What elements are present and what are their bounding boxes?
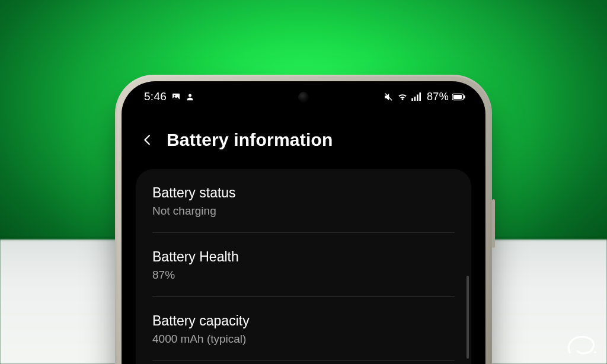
phone-screen: 5:46 [122,81,485,364]
image-notification-icon [171,92,181,101]
svg-rect-4 [411,98,413,101]
svg-point-2 [189,94,191,97]
battery-capacity-row[interactable]: Battery capacity 4000 mAh (typical) [152,297,455,361]
cellular-signal-icon [411,92,422,101]
svg-rect-5 [414,97,416,101]
svg-rect-9 [453,95,462,99]
status-right: 87% [384,91,465,103]
svg-rect-7 [419,92,421,101]
clock: 5:46 [144,90,167,103]
battery-icon [452,93,465,101]
front-camera [298,92,309,103]
capacity-footnote: The typical capacity has been tested und… [152,361,455,364]
header-row: Battery information [139,130,468,150]
svg-rect-10 [464,95,465,98]
svg-point-1 [174,95,175,96]
battery-status-label: Battery status [152,185,455,201]
photo-scene: 5:46 [0,0,607,364]
battery-health-label: Battery Health [152,249,455,265]
settings-card: Battery status Not charging Battery Heal… [136,169,471,364]
phone-frame: 5:46 [115,75,492,364]
site-watermark-logo [563,328,601,359]
scrollbar-indicator[interactable] [467,276,469,359]
battery-status-value: Not charging [152,205,455,218]
wifi-icon [397,91,408,102]
battery-health-value: 87% [152,269,455,282]
battery-capacity-label: Battery capacity [152,313,455,329]
mute-icon [384,92,394,102]
battery-percentage: 87% [427,91,449,103]
page-title: Battery information [167,130,333,150]
battery-capacity-value: 4000 mAh (typical) [152,333,455,346]
person-notification-icon [186,92,194,101]
svg-point-11 [594,351,596,353]
chevron-left-icon [141,133,154,146]
status-left: 5:46 [144,90,194,103]
battery-health-row[interactable]: Battery Health 87% [152,233,455,297]
svg-rect-6 [417,95,418,101]
battery-status-row[interactable]: Battery status Not charging [152,169,455,233]
back-button[interactable] [139,132,156,148]
